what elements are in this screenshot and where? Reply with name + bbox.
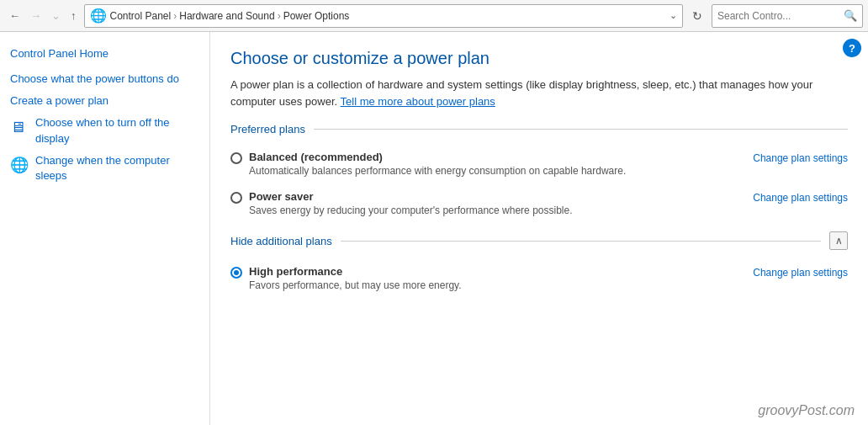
display-icon: 🖥: [10, 117, 29, 138]
balanced-name: Balanced (recommended): [249, 151, 739, 163]
high-performance-radio-area[interactable]: [230, 265, 242, 279]
watermark: groovyPost.com: [758, 403, 855, 418]
sleep-icon: 🌐: [10, 155, 29, 176]
address-dropdown-button[interactable]: ⌄: [670, 10, 677, 21]
page-title: Choose or customize a power plan: [230, 49, 848, 68]
back-button[interactable]: ←: [5, 7, 24, 24]
search-bar: 🔍: [712, 4, 863, 28]
sidebar-item-create-plan[interactable]: Create a power plan: [0, 90, 209, 112]
high-performance-settings-link[interactable]: Change plan settings: [753, 267, 848, 279]
high-performance-name: High performance: [249, 265, 739, 278]
balanced-radio[interactable]: [230, 152, 242, 164]
additional-plans-title: Hide additional plans: [230, 235, 332, 247]
power-saver-radio[interactable]: [230, 192, 242, 204]
balanced-settings-link[interactable]: Change plan settings: [753, 152, 848, 164]
sidebar-item-computer-sleeps[interactable]: 🌐 Change when the computer sleeps: [0, 150, 209, 187]
globe-icon: 🌐: [90, 8, 107, 24]
additional-plans-divider: [341, 241, 821, 242]
sidebar-home[interactable]: Control Panel Home: [0, 42, 209, 68]
sep-2: ›: [278, 10, 281, 22]
sidebar-label-create-plan: Create a power plan: [10, 93, 108, 109]
up-button[interactable]: ↑: [66, 7, 81, 24]
description-text: A power plan is a collection of hardware…: [230, 78, 812, 108]
power-saver-settings-link[interactable]: Change plan settings: [753, 192, 848, 204]
power-saver-name: Power saver: [249, 190, 739, 203]
sidebar-label-power-buttons: Choose what the power buttons do: [10, 72, 179, 87]
help-button[interactable]: ?: [843, 39, 861, 57]
address-bar[interactable]: 🌐 Control Panel › Hardware and Sound › P…: [84, 4, 684, 28]
preferred-plans-header: Preferred plans: [230, 123, 848, 135]
power-saver-radio-area[interactable]: [230, 190, 242, 204]
sidebar-home-label[interactable]: Control Panel Home: [10, 47, 108, 60]
high-performance-radio[interactable]: [230, 267, 242, 279]
sidebar-item-power-buttons[interactable]: Choose what the power buttons do: [0, 68, 209, 90]
breadcrumb-hardware[interactable]: Hardware and Sound: [179, 10, 274, 22]
forward-button[interactable]: →: [26, 7, 45, 24]
main-container: Control Panel Home Choose what the power…: [0, 32, 868, 425]
breadcrumb-power[interactable]: Power Options: [283, 10, 350, 22]
search-input[interactable]: [717, 10, 844, 22]
sidebar-label-computer-sleeps: Change when the computer sleeps: [35, 153, 199, 183]
preferred-plans-title: Preferred plans: [230, 123, 305, 135]
additional-plans-toggle[interactable]: ∧: [829, 231, 848, 250]
plan-item-power-saver: Power saver Saves energy by reducing you…: [230, 185, 848, 225]
dropdown-button[interactable]: ⌄: [47, 7, 65, 24]
nav-buttons: ← → ⌄ ↑: [5, 7, 81, 24]
high-performance-info: High performance Favors performance, but…: [249, 265, 739, 291]
refresh-button[interactable]: ↻: [686, 7, 708, 25]
preferred-plans-divider: [314, 129, 848, 130]
sidebar-label-turn-off-display: Choose when to turn off the display: [35, 115, 199, 146]
plan-item-balanced: Balanced (recommended) Automatically bal…: [230, 146, 848, 185]
tell-me-more-link[interactable]: Tell me more about power plans: [341, 95, 495, 108]
high-performance-desc: Favors performance, but may use more ene…: [249, 279, 739, 291]
breadcrumb-control-panel[interactable]: Control Panel: [110, 10, 172, 22]
breadcrumb: Control Panel › Hardware and Sound › Pow…: [110, 10, 350, 22]
page-description: A power plan is a collection of hardware…: [230, 77, 819, 109]
balanced-desc: Automatically balances performance with …: [249, 165, 739, 177]
power-saver-info: Power saver Saves energy by reducing you…: [249, 190, 739, 216]
sidebar-item-turn-off-display[interactable]: 🖥 Choose when to turn off the display: [0, 112, 209, 149]
plan-item-high-performance: High performance Favors performance, but…: [230, 260, 848, 300]
balanced-info: Balanced (recommended) Automatically bal…: [249, 151, 739, 177]
search-icon[interactable]: 🔍: [844, 9, 857, 22]
title-bar: ← → ⌄ ↑ 🌐 Control Panel › Hardware and S…: [0, 0, 868, 32]
content-pane: ? Choose or customize a power plan A pow…: [210, 32, 868, 425]
balanced-radio-area[interactable]: [230, 151, 242, 164]
power-saver-desc: Saves energy by reducing your computer's…: [249, 205, 739, 216]
additional-plans-header: Hide additional plans ∧: [230, 231, 848, 250]
sidebar: Control Panel Home Choose what the power…: [0, 32, 210, 425]
sep-1: ›: [173, 10, 177, 22]
